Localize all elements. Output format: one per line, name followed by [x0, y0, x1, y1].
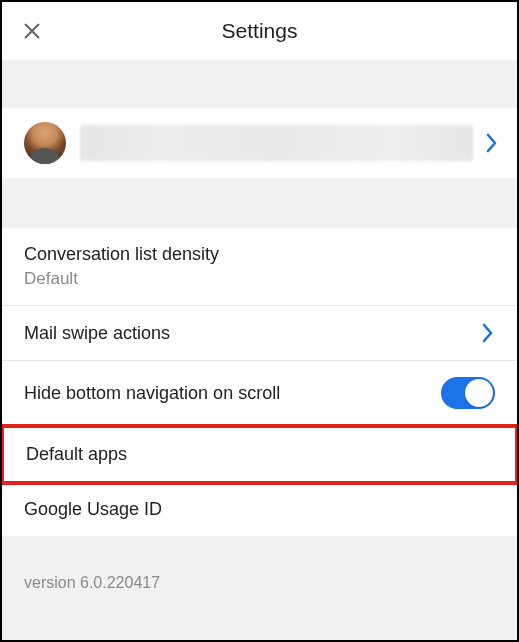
spacer — [2, 610, 517, 640]
row-value: Default — [24, 269, 219, 289]
chevron-right-icon — [481, 322, 495, 344]
account-name-redacted — [80, 125, 473, 161]
settings-section: Conversation list density Default Mail s… — [2, 228, 517, 536]
row-label: Mail swipe actions — [24, 323, 170, 344]
row-label: Hide bottom navigation on scroll — [24, 383, 280, 404]
row-label: Default apps — [26, 444, 127, 465]
header: Settings — [2, 2, 517, 60]
mail-swipe-row[interactable]: Mail swipe actions — [2, 306, 517, 361]
row-label: Conversation list density — [24, 244, 219, 265]
section-gap — [2, 178, 517, 228]
version-label: version 6.0.220417 — [2, 574, 517, 610]
default-apps-row[interactable]: Default apps — [0, 424, 519, 485]
account-row[interactable] — [2, 108, 517, 178]
close-button[interactable] — [18, 17, 46, 45]
section-gap — [2, 60, 517, 108]
avatar — [24, 122, 66, 164]
hide-nav-row[interactable]: Hide bottom navigation on scroll — [2, 361, 517, 426]
close-icon — [21, 20, 43, 42]
chevron-right-icon — [485, 132, 499, 154]
row-label: Google Usage ID — [24, 499, 162, 520]
hide-nav-toggle[interactable] — [441, 377, 495, 409]
conversation-density-row[interactable]: Conversation list density Default — [2, 228, 517, 306]
google-usage-id-row[interactable]: Google Usage ID — [2, 483, 517, 536]
section-gap — [2, 536, 517, 574]
page-title: Settings — [222, 19, 298, 43]
